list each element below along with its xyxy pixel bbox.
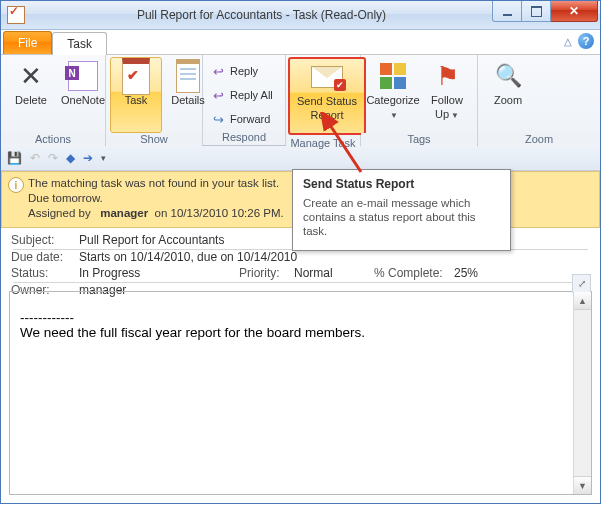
status-value: In Progress <box>79 266 199 280</box>
reply-all-icon: ↩ <box>210 87 226 103</box>
follow-up-button[interactable]: ⚑ Follow Up▼ <box>421 57 473 133</box>
group-actions-label: Actions <box>1 133 105 146</box>
qat-save-icon[interactable]: 💾 <box>7 151 22 165</box>
group-respond-label: Respond <box>203 131 285 145</box>
window-controls: ✕ <box>492 1 598 21</box>
send-status-label1: Send Status <box>297 95 357 107</box>
ribbon-collapse-icon[interactable]: △ <box>564 36 572 47</box>
reply-label: Reply <box>230 65 258 77</box>
forward-button[interactable]: ↪Forward <box>207 107 280 131</box>
send-status-report-button[interactable]: Send Status Report <box>288 57 366 135</box>
task-view-label: Task <box>125 94 148 106</box>
task-icon <box>120 60 152 92</box>
group-tags-label: Tags <box>361 133 477 146</box>
categorize-label: Categorize <box>366 94 419 106</box>
body-divider: ------------ <box>20 310 581 325</box>
zoom-button[interactable]: 🔍 Zoom <box>482 57 534 133</box>
priority-label: Priority: <box>239 266 294 280</box>
zoom-icon: 🔍 <box>492 60 524 92</box>
zoom-label: Zoom <box>494 94 522 106</box>
due-value: Starts on 10/14/2010, due on 10/14/2010 <box>79 250 297 264</box>
qat-redo-icon[interactable]: ↷ <box>48 151 58 165</box>
help-icon[interactable]: ? <box>578 33 594 49</box>
follow-up-label1: Follow <box>431 94 463 106</box>
task-app-icon <box>7 6 25 24</box>
complete-label: % Complete: <box>374 266 454 280</box>
group-show-label: Show <box>106 133 202 146</box>
qat-next-icon[interactable]: ➔ <box>83 151 93 165</box>
tab-task[interactable]: Task <box>52 32 107 55</box>
group-tags: Categorize ▼ ⚑ Follow Up▼ Tags <box>361 55 478 145</box>
body-text: We need the full fiscal year report for … <box>20 325 581 340</box>
onenote-button[interactable]: OneNote <box>57 57 109 133</box>
tooltip-body: Create an e-mail message which contains … <box>303 196 500 238</box>
qat-prev-icon[interactable]: ◆ <box>66 151 75 165</box>
forward-label: Forward <box>230 113 270 125</box>
send-status-report-tooltip: Send Status Report Create an e-mail mess… <box>292 169 511 251</box>
tab-file[interactable]: File <box>3 31 52 54</box>
reply-button[interactable]: ↩Reply <box>207 59 280 83</box>
window-title: Pull Report for Accountants - Task (Read… <box>31 8 492 22</box>
task-window: Pull Report for Accountants - Task (Read… <box>0 0 601 504</box>
flag-icon: ⚑ <box>431 60 463 92</box>
send-status-label2: Report <box>310 109 343 121</box>
maximize-button[interactable] <box>522 1 551 22</box>
delete-button[interactable]: ✕ Delete <box>5 57 57 133</box>
categorize-button[interactable]: Categorize ▼ <box>365 57 421 133</box>
due-label: Due date: <box>11 250 79 264</box>
task-body-frame: ⤢ ------------ We need the full fiscal y… <box>9 291 592 495</box>
group-manage-label: Manage Task <box>286 137 360 150</box>
subject-label: Subject: <box>11 233 79 247</box>
details-icon <box>172 60 204 92</box>
status-label: Status: <box>11 266 79 280</box>
tab-file-label: File <box>18 36 37 50</box>
onenote-label: OneNote <box>61 94 105 106</box>
tab-task-label: Task <box>67 37 92 51</box>
reply-all-button[interactable]: ↩Reply All <box>207 83 280 107</box>
scrollbar[interactable]: ▲ ▼ <box>573 292 591 494</box>
onenote-icon <box>67 60 99 92</box>
follow-up-label2: Up <box>435 108 449 120</box>
group-zoom-label: Zoom <box>478 133 600 146</box>
group-zoom: 🔍 Zoom Zoom <box>478 55 600 145</box>
tooltip-title: Send Status Report <box>303 177 500 191</box>
follow-up-caret-icon: ▼ <box>451 111 459 120</box>
categorize-caret-icon: ▼ <box>390 111 398 120</box>
complete-value: 25% <box>454 266 478 280</box>
priority-value: Normal <box>294 266 354 280</box>
group-manage-task: Send Status Report Manage Task <box>286 55 361 145</box>
task-view-button[interactable]: Task <box>110 57 162 133</box>
categorize-icon <box>377 60 409 92</box>
titlebar: Pull Report for Accountants - Task (Read… <box>1 1 600 30</box>
qat-customize-icon[interactable]: ▾ <box>101 153 106 163</box>
body-options-icon[interactable]: ⤢ <box>572 274 591 293</box>
ribbon-tabs: File Task △ ? <box>1 30 600 54</box>
info-assigned-suffix: on 10/13/2010 10:26 PM. <box>155 207 284 219</box>
scroll-down-icon[interactable]: ▼ <box>574 476 591 494</box>
info-icon: i <box>8 177 24 193</box>
info-assigned-user: manager <box>100 207 148 219</box>
delete-icon: ✕ <box>15 60 47 92</box>
send-status-report-icon <box>311 61 343 93</box>
details-label: Details <box>171 94 205 106</box>
subject-value: Pull Report for Accountants <box>79 233 224 247</box>
task-body[interactable]: ------------ We need the full fiscal yea… <box>10 292 591 358</box>
reply-icon: ↩ <box>210 63 226 79</box>
scroll-up-icon[interactable]: ▲ <box>574 292 591 310</box>
close-button[interactable]: ✕ <box>551 1 598 22</box>
qat-undo-icon[interactable]: ↶ <box>30 151 40 165</box>
info-assigned-prefix: Assigned by <box>28 207 91 219</box>
delete-label: Delete <box>15 94 47 106</box>
minimize-button[interactable] <box>492 1 522 22</box>
group-respond: ↩Reply ↩Reply All ↪Forward Respond <box>203 55 286 145</box>
forward-icon: ↪ <box>210 111 226 127</box>
ribbon: ✕ Delete OneNote Actions Task Details <box>1 54 600 146</box>
group-show: Task Details Show <box>106 55 203 145</box>
reply-all-label: Reply All <box>230 89 273 101</box>
group-actions: ✕ Delete OneNote Actions <box>1 55 106 145</box>
